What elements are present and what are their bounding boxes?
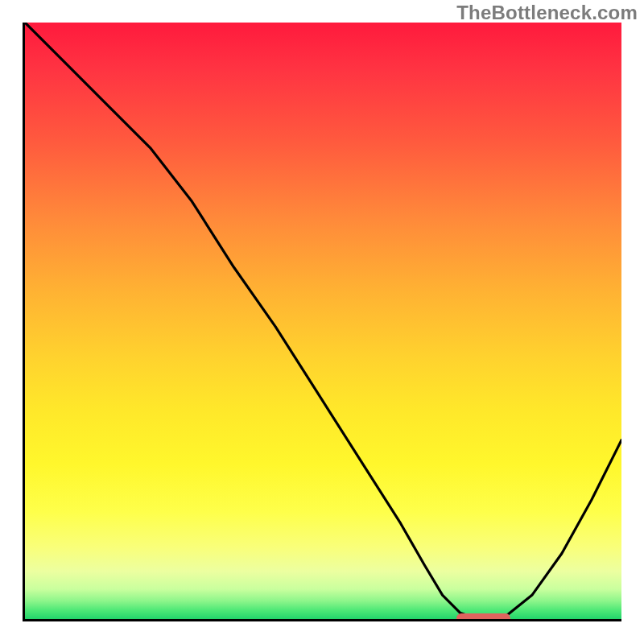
- watermark-text: TheBottleneck.com: [456, 2, 638, 24]
- plot-area: [23, 23, 621, 621]
- chart-canvas: TheBottleneck.com: [0, 0, 644, 644]
- curve-path: [25, 23, 621, 619]
- optimal-range-marker: [456, 613, 510, 621]
- bottleneck-curve: [25, 23, 621, 619]
